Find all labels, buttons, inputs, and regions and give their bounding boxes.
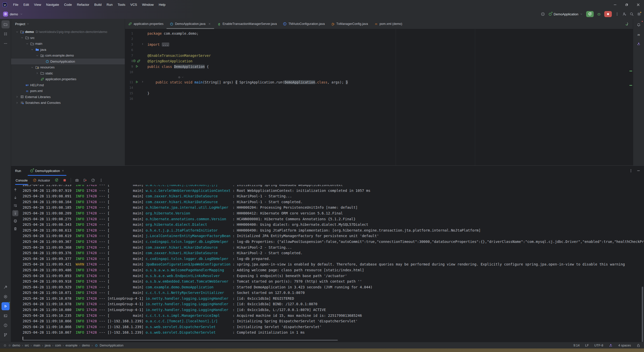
terminal-tool-button[interactable] <box>2 312 10 320</box>
menu-build[interactable]: Build <box>92 2 104 7</box>
chevron-down-icon[interactable] <box>30 66 35 69</box>
close-icon[interactable] <box>61 169 64 172</box>
menu-window[interactable]: Window <box>140 2 156 7</box>
horizontal-scrollbar[interactable] <box>23 340 338 341</box>
menu-run[interactable]: Run <box>104 2 115 7</box>
menu-help[interactable]: Help <box>156 2 168 7</box>
scrollend-icon[interactable] <box>12 210 18 216</box>
minimize-button[interactable] <box>609 0 621 9</box>
debug-button[interactable] <box>597 12 601 16</box>
fold-arrow-icon[interactable] <box>141 42 144 46</box>
menu-code[interactable]: Code <box>62 2 74 7</box>
tab-enabletransactionmanagerserver-java[interactable]: @EnableTransactionManagerServer.java <box>214 19 280 29</box>
search-everywhere-button[interactable] <box>630 12 634 16</box>
tree-item-demoapplication[interactable]: DemoApplication <box>11 59 125 65</box>
tree-item-java[interactable]: java <box>11 47 125 53</box>
file-encoding[interactable]: UTF-8 <box>594 344 603 347</box>
run-configuration-select[interactable]: DemoApplication <box>548 12 583 16</box>
code-line[interactable]: 9public class DemoApplication { <box>125 64 633 69</box>
tree-item-external-libraries[interactable]: External Libraries <box>11 94 125 100</box>
breadcrumb-java[interactable]: java <box>45 344 51 347</box>
chevron-down-icon[interactable] <box>30 48 35 51</box>
spring-bean-icon[interactable] <box>133 59 136 63</box>
run-line-icon[interactable] <box>135 80 139 84</box>
settings-button[interactable] <box>637 12 641 16</box>
gauge-icon[interactable] <box>91 178 95 182</box>
tree-item-main[interactable]: main <box>11 41 125 47</box>
spring-leaf-icon[interactable] <box>137 59 141 63</box>
chevron-down-icon[interactable] <box>25 42 30 45</box>
chevron-down-icon[interactable] <box>15 30 20 33</box>
chevron-down-icon[interactable] <box>20 36 25 39</box>
indent-style[interactable]: 4 spaces <box>618 344 631 347</box>
console-output[interactable]: 2025-04-28 11:09:07.919 INFO 17428 --- [… <box>23 185 644 342</box>
code-line[interactable]: 11 public static void main(String[] args… <box>125 79 633 85</box>
rerun-button[interactable] <box>586 11 594 17</box>
code-editor[interactable]: 1package com.example.demo;23import ...67… <box>125 29 633 165</box>
menu-file[interactable]: File <box>11 2 21 7</box>
add-user-button[interactable] <box>622 12 626 16</box>
code-line[interactable]: 2 <box>125 36 633 42</box>
stop-button[interactable] <box>604 11 612 17</box>
vertical-scrollbar[interactable] <box>642 287 643 342</box>
breadcrumb-demo[interactable]: demo <box>82 344 90 347</box>
menu-refactor[interactable]: Refactor <box>74 2 92 7</box>
problems-tool-button[interactable] <box>2 321 10 329</box>
rerun-icon[interactable] <box>55 178 59 182</box>
more-actions-button[interactable] <box>615 12 619 16</box>
tab-actuator[interactable]: Actuator <box>33 178 50 182</box>
tab-tmautoconfiguration-java[interactable]: CTMAutoConfiguration.java <box>280 19 328 29</box>
inlay-hint[interactable] <box>178 75 184 79</box>
code-line[interactable]: 7@EnableTransactionManagerServer <box>125 53 633 58</box>
hide-panel-button[interactable] <box>636 169 640 173</box>
menu-edit[interactable]: Edit <box>21 2 31 7</box>
breadcrumb-example[interactable]: example <box>66 344 77 347</box>
arrow-down-icon[interactable] <box>12 195 18 201</box>
maven-tool-button[interactable]: m <box>635 30 643 38</box>
tree-item-application-properties[interactable]: application.properties <box>11 76 125 82</box>
tree-item-com-example-demo[interactable]: com.example.demo <box>11 53 125 59</box>
tab-console[interactable]: Console <box>15 177 28 184</box>
restore-button[interactable] <box>621 0 632 9</box>
ai-plugin-button[interactable] <box>635 40 643 48</box>
tree-item-pom-xml[interactable]: mpom.xml <box>11 88 125 94</box>
tree-item-src[interactable]: src <box>11 35 125 41</box>
breadcrumb-com[interactable]: com <box>55 344 61 347</box>
chevron-right-icon[interactable] <box>15 101 20 104</box>
tab-pom-xml-demo-[interactable]: mpom.xml (demo) <box>371 19 405 29</box>
tab-txmanagerconfig-java[interactable]: TxManagerConfig.java <box>328 19 371 29</box>
close-button[interactable] <box>632 0 644 9</box>
chevron-right-icon[interactable] <box>35 72 40 75</box>
menu-view[interactable]: View <box>31 2 44 7</box>
code-with-me-icon[interactable] <box>541 12 545 16</box>
close-icon[interactable] <box>208 22 211 25</box>
breadcrumb-src[interactable]: src <box>25 344 29 347</box>
breadcrumb-main[interactable]: main <box>33 344 40 347</box>
project-tool-button[interactable] <box>2 20 10 28</box>
breadcrumb-demo[interactable]: demo <box>8 344 20 347</box>
exit-icon[interactable] <box>83 178 87 182</box>
code-line[interactable]: 6 <box>125 47 633 53</box>
code-line[interactable]: 16 <box>125 96 633 102</box>
fold-arrow-icon[interactable] <box>141 80 144 83</box>
tab-application-properties[interactable]: application.properties <box>125 19 167 29</box>
tree-item-resources[interactable]: resources <box>11 64 125 70</box>
project-panel-header[interactable]: Project <box>11 20 125 28</box>
code-line[interactable]: 8@SpringBootApplication <box>125 58 633 64</box>
services-tool-button[interactable] <box>2 293 10 301</box>
readonly-toggle[interactable] <box>636 343 640 347</box>
trash-icon[interactable] <box>12 226 18 232</box>
run-tool-button[interactable] <box>2 302 10 310</box>
printer-icon[interactable] <box>12 218 18 224</box>
stop-icon[interactable] <box>63 178 67 182</box>
tree-item-static[interactable]: static <box>11 70 125 76</box>
chevron-down-icon[interactable] <box>35 54 40 57</box>
run-tab-demoapplication[interactable]: DemoApplication <box>28 166 66 176</box>
tree-item-help-md[interactable]: MHELP.md <box>11 82 125 88</box>
editor-tab-options-button[interactable] <box>625 19 633 29</box>
code-line[interactable]: 14 <box>125 85 633 91</box>
build-tool-button[interactable] <box>2 283 10 291</box>
breadcrumb-demoapplication[interactable]: DemoApplication <box>94 343 124 347</box>
structure-tool-button[interactable] <box>2 30 10 38</box>
project-widget[interactable]: D demo <box>3 12 23 17</box>
